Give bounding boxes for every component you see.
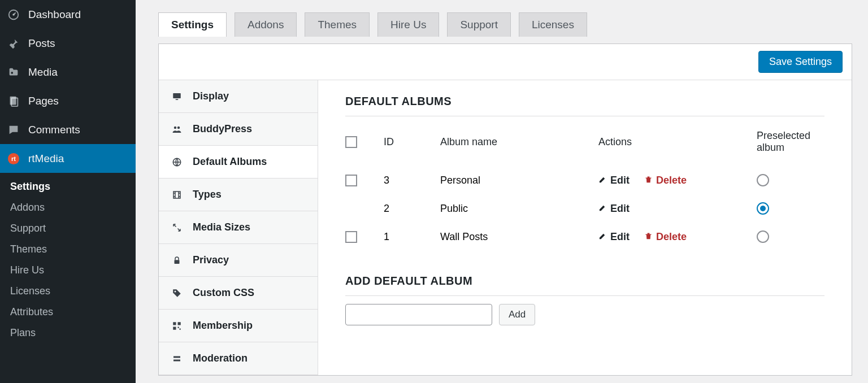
table-row: 1 Wall Posts Edit Delete (345, 227, 824, 255)
pages-icon (7, 94, 20, 108)
sidebar-subitem-attributes[interactable]: Attributes (0, 302, 136, 323)
resize-icon (171, 222, 183, 233)
film-icon (171, 189, 183, 201)
subtab-types[interactable]: Types (159, 179, 318, 211)
subtab-label: Display (193, 90, 229, 102)
subtab-custom-css[interactable]: Custom CSS (159, 277, 318, 310)
svg-point-10 (177, 126, 180, 129)
tab-hire-us[interactable]: Hire Us (377, 12, 439, 37)
subtab-label: Membership (193, 320, 253, 332)
preselected-radio[interactable] (757, 202, 769, 215)
sidebar-item-label: Posts (28, 37, 55, 50)
tab-themes[interactable]: Themes (305, 12, 370, 37)
col-name: Album name (440, 136, 598, 148)
col-actions: Actions (598, 136, 757, 148)
col-preselected: Preselected album (757, 130, 824, 154)
sidebar-item-media[interactable]: Media (0, 58, 136, 86)
svg-rect-8 (176, 99, 179, 100)
svg-rect-19 (180, 328, 181, 329)
tab-settings[interactable]: Settings (158, 12, 227, 37)
mod-icon (171, 353, 183, 364)
subtab-label: Types (193, 189, 222, 201)
sidebar-subitem-licenses[interactable]: Licenses (0, 281, 136, 302)
preselected-radio[interactable] (757, 174, 769, 186)
preselected-radio[interactable] (757, 230, 769, 243)
row-checkbox[interactable] (345, 231, 357, 243)
row-id: 1 (384, 231, 440, 243)
row-name: Public (440, 203, 598, 215)
sidebar-item-label: rtMedia (28, 153, 64, 165)
pencil-icon (598, 203, 607, 215)
lock-icon (171, 255, 183, 266)
pencil-icon (598, 231, 607, 243)
subtab-privacy[interactable]: Privacy (159, 244, 318, 277)
subtab-label: Default Albums (193, 156, 267, 168)
qr-icon (171, 320, 183, 332)
sidebar-subitem-settings[interactable]: Settings (0, 176, 136, 197)
subtab-buddypress[interactable]: BuddyPress (159, 113, 318, 146)
sidebar-item-posts[interactable]: Posts (0, 29, 136, 58)
subtab-moderation[interactable]: Moderation (159, 342, 318, 375)
gauge-icon (7, 8, 20, 21)
svg-rect-7 (173, 93, 181, 98)
sidebar-subitem-plans[interactable]: Plans (0, 323, 136, 343)
subtab-label: Media Sizes (193, 221, 250, 233)
subtab-display[interactable]: Display (159, 80, 318, 113)
settings-panel: Save Settings DisplayBuddyPressDefault A… (158, 43, 852, 376)
display-icon (171, 91, 183, 102)
svg-rect-20 (173, 356, 180, 358)
sidebar-item-rtmedia[interactable]: rtrtMedia (0, 144, 136, 173)
save-settings-button[interactable]: Save Settings (758, 51, 843, 73)
svg-rect-16 (178, 322, 181, 325)
admin-sidebar: DashboardPostsMediaPagesCommentsrtrtMedi… (0, 0, 136, 383)
svg-point-14 (175, 290, 176, 292)
rt-icon: rt (7, 152, 20, 166)
delete-action[interactable]: Delete (644, 175, 687, 186)
sidebar-item-label: Comments (28, 124, 80, 136)
col-id: ID (384, 136, 440, 148)
sidebar-subitem-hire-us[interactable]: Hire Us (0, 260, 136, 281)
chat-icon (7, 123, 20, 137)
svg-point-2 (11, 72, 13, 74)
edit-action[interactable]: Edit (598, 203, 630, 215)
sidebar-item-pages[interactable]: Pages (0, 86, 136, 115)
svg-rect-15 (173, 322, 176, 325)
subtab-default-albums[interactable]: Default Albums (159, 146, 318, 179)
row-name: Personal (440, 175, 598, 186)
row-id: 2 (384, 203, 440, 215)
delete-action[interactable]: Delete (644, 231, 687, 243)
select-all-checkbox[interactable] (345, 136, 357, 148)
new-album-name-input[interactable] (345, 304, 492, 325)
sidebar-subitem-support[interactable]: Support (0, 218, 136, 239)
sidebar-item-comments[interactable]: Comments (0, 115, 136, 144)
sidebar-item-dashboard[interactable]: Dashboard (0, 0, 136, 29)
edit-action[interactable]: Edit (598, 231, 630, 243)
tab-licenses[interactable]: Licenses (519, 12, 587, 37)
subtab-label: Privacy (193, 254, 229, 266)
svg-point-9 (174, 126, 177, 129)
albums-table-header: ID Album name Actions Preselected album (345, 124, 824, 171)
svg-rect-12 (173, 192, 180, 198)
table-row: 2 Public Edit (345, 199, 824, 227)
sidebar-item-label: Pages (28, 95, 59, 107)
sidebar-item-label: Dashboard (28, 8, 81, 21)
tag-icon (171, 288, 183, 299)
edit-action[interactable]: Edit (598, 175, 630, 186)
add-album-button[interactable]: Add (499, 304, 535, 325)
settings-content: DEFAULT ALBUMS ID Album name Actions Pre… (318, 80, 852, 375)
default-albums-heading: DEFAULT ALBUMS (345, 95, 824, 116)
svg-rect-17 (173, 327, 176, 329)
sidebar-subitem-themes[interactable]: Themes (0, 239, 136, 260)
subtab-media-sizes[interactable]: Media Sizes (159, 211, 318, 244)
trash-icon (644, 231, 653, 243)
subtab-label: Custom CSS (193, 287, 254, 299)
tab-addons[interactable]: Addons (235, 12, 297, 37)
sidebar-item-label: Media (28, 66, 58, 79)
row-checkbox[interactable] (345, 175, 357, 186)
globe-icon (171, 156, 183, 168)
subtab-membership[interactable]: Membership (159, 310, 318, 342)
media-icon (7, 66, 20, 79)
tab-support[interactable]: Support (447, 12, 511, 37)
sidebar-subitem-addons[interactable]: Addons (0, 197, 136, 218)
main-content: SettingsAddonsThemesHire UsSupportLicens… (136, 0, 868, 383)
